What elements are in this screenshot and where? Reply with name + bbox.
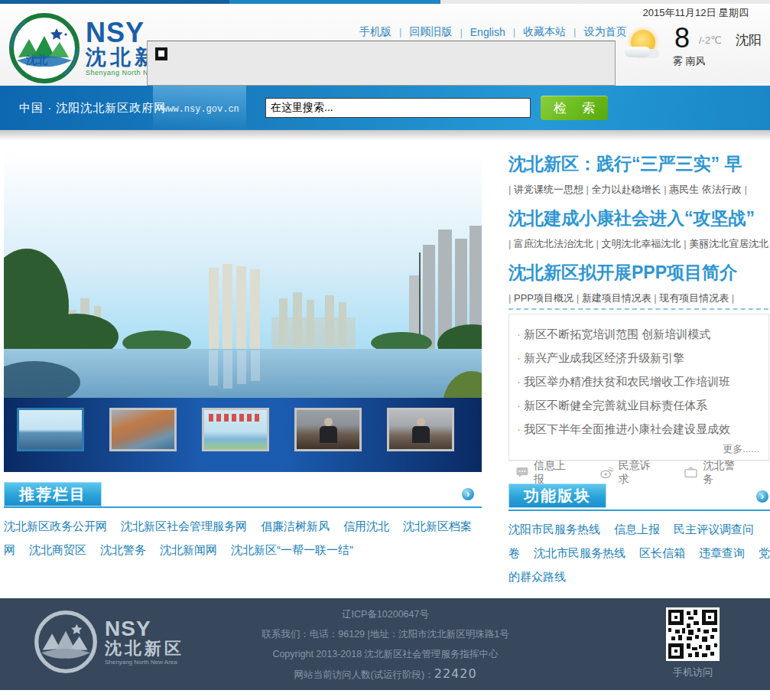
logo-emblem-icon: 沈北 — [9, 13, 80, 83]
headline-sublink[interactable]: 讲党课统一思想 — [514, 184, 592, 195]
recommended-link[interactable]: 沈北新区“一帮一联一结” — [231, 543, 353, 556]
copyright-line: Copyright 2013-2018 沈北新区社会管理服务指挥中心 — [194, 644, 577, 664]
footer-logo-emblem-icon — [34, 610, 97, 673]
hero-carousel — [4, 153, 482, 472]
chat-bubble-icon — [516, 467, 528, 478]
link-english[interactable]: English — [452, 26, 505, 38]
search-button[interactable]: 检 索 — [541, 96, 608, 120]
sun-cloud-icon — [625, 30, 660, 62]
search-input[interactable] — [265, 98, 531, 118]
quicklinks-row: 信息上报 民意诉求 沈北警务 — [508, 461, 769, 483]
headline-sublink[interactable]: 富庶沈北法治沈北 — [514, 238, 602, 249]
site-title: 中国 · 沈阳沈北新区政府网 — [19, 101, 166, 116]
news-item[interactable]: 我区下半年全面推进小康社会建设显成效 — [517, 417, 759, 441]
weather-widget: 8 /-2℃ 沈阳 雾 南风 — [621, 24, 770, 74]
dashed-divider — [508, 308, 768, 310]
header: 2015年11月12日 星期四 沈北 NSY 沈北新区 Shenyang Nor… — [0, 4, 770, 86]
news-item[interactable]: 新区不断拓宽培训范围 创新培训模式 — [517, 322, 759, 346]
weather-city: 沈阳 — [736, 31, 762, 49]
header-links: 手机版 回顾旧版 English 收藏本站 设为首页 — [359, 25, 616, 39]
quicklink-police[interactable]: 沈北警务 — [684, 459, 743, 487]
section-arrow-icon[interactable] — [756, 490, 768, 503]
link-set-homepage[interactable]: 设为首页 — [566, 25, 626, 39]
icp-number: 辽ICP备10200647号 — [194, 604, 577, 624]
right-column: 沈北新区：践行“三严三实” 早 讲党课统一思想全力以赴稳增长惠民生 依法行政 沈… — [508, 153, 770, 585]
carousel-thumbnail-5[interactable] — [387, 408, 454, 451]
recommended-link[interactable]: 沈北新区政务公开网 — [4, 519, 107, 532]
function-links: 沈阳市民服务热线信息上报民主评议调查问卷沈北市民服务热线区长信箱违章查询党的群众… — [508, 517, 770, 588]
footer-info: 辽ICP备10200647号 联系我们：电话：96129 |地址：沈阳市沈北新区… — [194, 604, 577, 685]
function-link[interactable]: 违章查询 — [699, 546, 745, 559]
footer-logo-abbr: NSY — [105, 619, 184, 639]
recommended-link[interactable]: 沈北新区社会管理服务网 — [121, 519, 247, 532]
function-link[interactable]: 沈阳市民服务热线 — [508, 523, 600, 536]
recommended-link[interactable]: 沈北商贸区 — [29, 543, 86, 556]
recommended-link[interactable]: 倡廉洁树新风 — [261, 519, 330, 532]
headline-title[interactable]: 沈北新区：践行“三严三实” 早 — [508, 153, 770, 174]
headline-sublink[interactable]: 全力以赴稳增长 — [592, 184, 670, 195]
broken-plugin-icon — [155, 47, 167, 60]
headline-sublink[interactable]: 现有项目情况表 — [659, 292, 734, 304]
function-link[interactable]: 区长信箱 — [639, 546, 685, 559]
quicklink-public-opinion[interactable]: 民意诉求 — [600, 459, 659, 487]
link-old-version[interactable]: 回顾旧版 — [391, 25, 452, 39]
quicklink-info-report[interactable]: 信息上报 — [516, 459, 574, 487]
headline-sublink[interactable]: PPP项目概况 — [514, 292, 582, 304]
carousel-thumbnail-3[interactable] — [202, 408, 269, 451]
headline-sublinks: PPP项目概况新建项目情况表现有项目情况表 — [508, 291, 770, 305]
recommended-links: 沈北新区政务公开网沈北新区社会管理服务网倡廉洁树新风信用沈北沈北新区档案网沈北商… — [4, 514, 479, 562]
recommended-link[interactable]: 沈北警务 — [100, 543, 146, 556]
headline-sublink[interactable]: 新建项目情况表 — [582, 292, 660, 304]
headline-sublink[interactable]: 文明沈北幸福沈北 — [602, 238, 690, 249]
section-underline — [4, 506, 482, 508]
tv-icon — [684, 467, 697, 478]
headline-title[interactable]: 沈北新区拟开展PPP项目简介 — [508, 262, 770, 283]
carousel-thumbnail-1[interactable] — [17, 408, 84, 451]
function-link[interactable]: 信息上报 — [614, 523, 660, 536]
footer-logo: NSY 沈北新区 Shenyang North New Area — [34, 610, 184, 673]
headline-sublinks: 富庶沈北法治沈北文明沈北幸福沈北美丽沈北宜居沈北 — [508, 237, 770, 251]
weather-temperature: 8 — [674, 22, 690, 54]
headline-sublink[interactable]: 惠民生 依法行政 — [669, 184, 747, 195]
carousel-thumbnail-2[interactable] — [109, 408, 177, 451]
footer-logo-name: 沈北新区 — [105, 639, 184, 659]
date-text: 2015年11月12日 星期四 — [643, 6, 749, 20]
section-title-badge: 功能版块 — [508, 483, 606, 508]
link-favorite[interactable]: 收藏本站 — [505, 25, 566, 39]
headline-group-3: 沈北新区拟开展PPP项目简介 PPP项目概况新建项目情况表现有项目情况表 — [508, 262, 770, 305]
weather-condition: 雾 南风 — [673, 54, 706, 68]
section-underline — [508, 510, 770, 511]
contact-line: 联系我们：电话：96129 |地址：沈阳市沈北新区明珠路1号 — [194, 624, 577, 644]
headline-group-1: 沈北新区：践行“三严三实” 早 讲党课统一思想全力以赴稳增长惠民生 依法行政 — [508, 153, 770, 197]
qr-code — [666, 607, 720, 661]
section-arrow-icon[interactable] — [462, 488, 474, 500]
nav-shadow — [0, 130, 770, 141]
headline-title[interactable]: 沈北建成小康社会进入“攻坚战” — [508, 207, 770, 229]
main-navbar: 中国 · 沈阳沈北新区政府网 www.nsy.gov.cn 检 索 — [0, 86, 770, 130]
news-item[interactable]: 新区不断健全完善就业目标责任体系 — [517, 393, 759, 417]
section-title-badge: 推荐栏目 — [4, 482, 102, 506]
banner-plugin-placeholder — [147, 41, 616, 86]
footer-logo-subtitle: Shenyang North New Area — [105, 659, 184, 666]
news-list: 新区不断拓宽培训范围 创新培训模式 新兴产业成我区经济升级新引擎 我区举办精准扶… — [508, 314, 769, 461]
recommended-link[interactable]: 沈北新闻网 — [160, 543, 217, 556]
carousel-thumbnail-4[interactable] — [294, 408, 362, 451]
mobile-access-label: 手机访问 — [661, 666, 724, 679]
headline-sublink[interactable]: 美丽沈北宜居沈北 — [689, 238, 770, 249]
visits-count: 22420 — [434, 666, 477, 681]
weather-range: /-2℃ — [699, 34, 722, 46]
recommended-link[interactable]: 信用沈北 — [343, 519, 389, 532]
weibo-icon — [600, 467, 613, 479]
function-link[interactable]: 沈北市民服务热线 — [534, 546, 625, 559]
footer: NSY 沈北新区 Shenyang North New Area 辽ICP备10… — [0, 598, 770, 690]
more-link[interactable]: 更多...... — [517, 442, 759, 456]
headline-group-2: 沈北建成小康社会进入“攻坚战” 富庶沈北法治沈北文明沈北幸福沈北美丽沈北宜居沈北 — [508, 207, 770, 251]
link-mobile-version[interactable]: 手机版 — [359, 25, 391, 39]
headline-sublinks: 讲党课统一思想全力以赴稳增长惠民生 依法行政 — [508, 183, 770, 197]
bottom-strip — [0, 690, 770, 700]
site-url: www.nsy.gov.cn — [162, 104, 239, 115]
qr-code-icon — [668, 610, 717, 659]
news-item[interactable]: 我区举办精准扶贫和农民增收工作培训班 — [517, 370, 759, 393]
news-item[interactable]: 新兴产业成我区经济升级新引擎 — [517, 346, 759, 370]
visits-line: 网站当前访问人数(试运行阶段)：22420 — [194, 664, 577, 685]
